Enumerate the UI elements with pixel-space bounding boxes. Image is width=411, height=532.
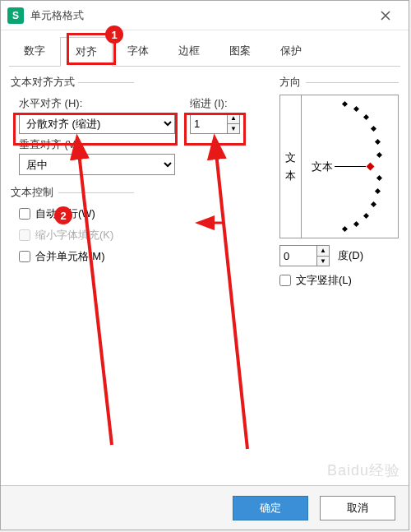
tab-pattern[interactable]: 图案 (215, 37, 266, 66)
degree-down[interactable]: ▼ (317, 257, 329, 266)
direction-section: 方向 文 本 文本 (279, 75, 399, 288)
degree-input[interactable] (280, 246, 316, 266)
tab-number[interactable]: 数字 (9, 37, 60, 66)
vertical-layout-row[interactable]: 文字竖排(L) (279, 273, 399, 288)
text-control-label: 文本控制 (11, 185, 266, 200)
vertical-layout-checkbox[interactable] (279, 275, 291, 286)
shrink-checkbox (19, 229, 30, 241)
button-bar: 确定 取消 (1, 485, 409, 530)
text-align-section: 文本对齐方式 水平对齐 (H): 缩进 (I): 分散对齐 (缩进) ▲ (11, 75, 266, 175)
vertical-align-label: 垂直对齐 (V): (19, 137, 266, 152)
vertical-text-strip[interactable]: 文 本 (280, 95, 302, 238)
degree-up[interactable]: ▲ (317, 246, 329, 257)
cell-format-dialog: S 单元格格式 数字 对齐 字体 边框 图案 保护 文本对齐方式 水平对齐 (H… (0, 0, 409, 530)
orientation-box[interactable]: 文 本 文本 (279, 95, 399, 238)
indent-down[interactable]: ▼ (228, 124, 239, 134)
tab-font[interactable]: 字体 (113, 37, 164, 66)
vertical-align-select[interactable]: 居中 (19, 154, 175, 175)
ok-button[interactable]: 确定 (233, 496, 308, 520)
content-area: 文本对齐方式 水平对齐 (H): 缩进 (I): 分散对齐 (缩进) ▲ (1, 67, 409, 486)
merge-checkbox[interactable] (19, 251, 30, 262)
orientation-dial[interactable]: 文本 (302, 95, 398, 238)
cancel-button[interactable]: 取消 (320, 496, 395, 520)
vertical-layout-label: 文字竖排(L) (296, 273, 352, 288)
wrap-checkbox-row[interactable]: 自动换行(W) (19, 206, 266, 221)
horizontal-align-select[interactable]: 分散对齐 (缩进) (19, 113, 175, 134)
dial-text: 文本 (312, 160, 333, 174)
shrink-label: 缩小字体填充(K) (35, 228, 113, 243)
text-align-label: 文本对齐方式 (11, 75, 266, 90)
degree-label: 度(D) (338, 248, 363, 263)
merge-checkbox-row[interactable]: 合并单元格(M) (19, 249, 266, 264)
indent-spinner[interactable]: ▲ ▼ (190, 113, 240, 134)
close-button[interactable] (369, 3, 402, 28)
shrink-checkbox-row: 缩小字体填充(K) (19, 228, 266, 243)
wrap-checkbox[interactable] (19, 208, 30, 220)
tab-alignment[interactable]: 对齐 (60, 37, 113, 67)
dial-line (335, 166, 366, 167)
text-control-section: 文本控制 自动换行(W) 缩小字体填充(K) 合并单元格(M) (11, 185, 266, 264)
dial-marker (367, 163, 375, 171)
wrap-label: 自动换行(W) (35, 206, 95, 221)
merge-label: 合并单元格(M) (35, 249, 105, 264)
degree-spinner[interactable]: ▲ ▼ (279, 245, 330, 266)
app-icon: S (7, 7, 24, 24)
horizontal-align-label: 水平对齐 (H): (19, 96, 175, 111)
tab-protection[interactable]: 保护 (266, 37, 316, 66)
indent-label: 缩进 (I): (190, 96, 228, 111)
tabs: 数字 对齐 字体 边框 图案 保护 (9, 37, 400, 67)
direction-label: 方向 (279, 75, 399, 90)
watermark: Baidu经验 (327, 460, 400, 480)
dialog-title: 单元格格式 (30, 8, 369, 23)
titlebar: S 单元格格式 (1, 1, 409, 30)
indent-input[interactable] (191, 113, 227, 133)
indent-up[interactable]: ▲ (228, 113, 239, 124)
tab-border[interactable]: 边框 (164, 37, 215, 66)
